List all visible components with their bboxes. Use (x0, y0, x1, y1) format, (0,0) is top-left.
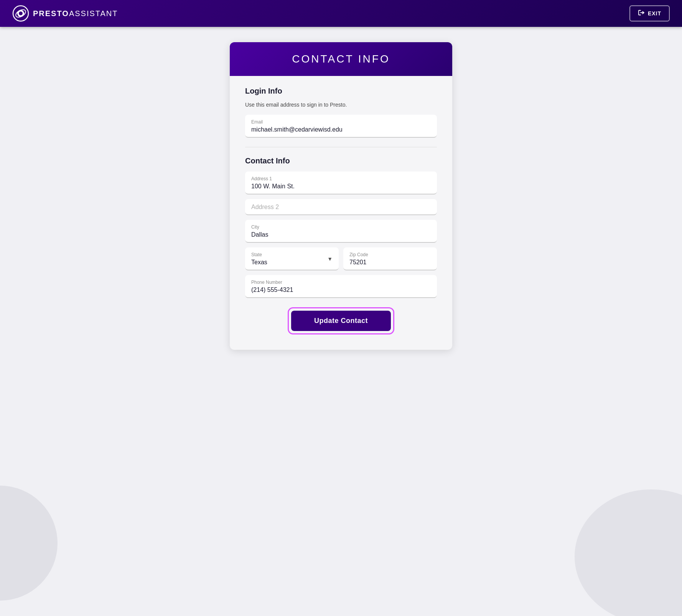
section-divider (245, 147, 437, 147)
zip-value: 75201 (349, 259, 367, 265)
update-contact-button[interactable]: Update Contact (291, 311, 391, 331)
exit-button[interactable]: EXIT (629, 5, 670, 21)
contact-section-title: Contact Info (245, 156, 437, 165)
email-label: Email (251, 119, 431, 125)
update-button-container: Update Contact (245, 307, 437, 334)
main-content: CONTACT INFO Login Info Use this email a… (0, 27, 682, 616)
card-body: Login Info Use this email address to sig… (230, 76, 452, 350)
login-info-section: Login Info Use this email address to sig… (245, 87, 437, 138)
card-header: CONTACT INFO (230, 42, 452, 76)
address1-field-group[interactable]: Address 1 100 W. Main St. (245, 171, 437, 194)
state-dropdown-arrow: ▼ (327, 256, 333, 262)
state-value: Texas (251, 259, 267, 265)
zip-field-group[interactable]: Zip Code 75201 (343, 247, 437, 270)
address2-field-group[interactable]: Address 2 (245, 199, 437, 215)
zip-label: Zip Code (349, 252, 431, 257)
email-field-group[interactable]: Email michael.smith@cedarviewisd.edu (245, 115, 437, 138)
logo-icon (12, 5, 29, 22)
state-field-inner: State Texas (251, 252, 324, 266)
login-description: Use this email address to sign in to Pre… (245, 102, 437, 108)
phone-label: Phone Number (251, 280, 431, 285)
city-label: City (251, 224, 431, 230)
address1-value: 100 W. Main St. (251, 183, 295, 189)
update-button-border: Update Contact (288, 307, 394, 334)
city-value: Dallas (251, 231, 268, 238)
logo: PRESTOASSISTANT (12, 5, 118, 22)
contact-info-card: CONTACT INFO Login Info Use this email a… (230, 42, 452, 350)
address2-placeholder: Address 2 (251, 204, 279, 210)
login-section-title: Login Info (245, 87, 437, 96)
address1-label: Address 1 (251, 176, 431, 181)
contact-info-section: Contact Info Address 1 100 W. Main St. A… (245, 156, 437, 298)
city-field-group[interactable]: City Dallas (245, 220, 437, 243)
email-value: michael.smith@cedarviewisd.edu (251, 126, 343, 133)
card-title: CONTACT INFO (245, 53, 437, 65)
app-header: PRESTOASSISTANT EXIT (0, 0, 682, 27)
state-label: State (251, 252, 324, 257)
svg-point-2 (19, 12, 23, 15)
state-field-group[interactable]: State Texas ▼ (245, 247, 339, 270)
phone-value: (214) 555-4321 (251, 287, 293, 293)
exit-icon (638, 9, 645, 18)
state-zip-row: State Texas ▼ Zip Code 75201 (245, 247, 437, 270)
phone-field-group[interactable]: Phone Number (214) 555-4321 (245, 275, 437, 298)
logo-text: PRESTOASSISTANT (33, 9, 118, 18)
